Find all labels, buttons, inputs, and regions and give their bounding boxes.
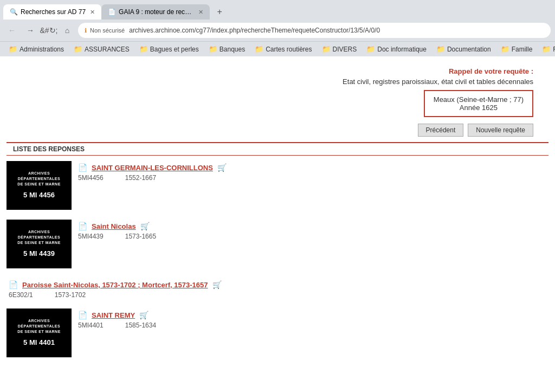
thumb-title-4: ARCHIVESDÉPARTEMENTALESDE SEINE ET MARNE [17, 318, 61, 334]
new-query-button[interactable]: Nouvelle requête [468, 124, 533, 137]
security-icon: ℹ [85, 27, 87, 34]
reload-button[interactable]: &#↻; [41, 23, 56, 38]
result-item-3: 📄 Paroisse Saint-Nicolas, 1573-1702 ; Mo… [7, 278, 548, 299]
result-ref-3: 6E302/1 [9, 291, 33, 299]
result-thumb-2: ARCHIVESDÉPARTEMENTALESDE SEINE ET MARNE… [7, 220, 72, 268]
result-link-1[interactable]: SAINT GERMAIN-LES-CORNILLONS [92, 164, 213, 172]
tab-bar: 🔍 Recherches sur AD 77 ✕ 📄 GAIA 9 : mote… [0, 0, 555, 20]
bookmark-label: Administrations [20, 46, 64, 53]
url-text: archives.archinoe.com/cg77/index.php/rec… [129, 27, 380, 34]
cart-icon-3[interactable]: 🛒 [212, 280, 222, 289]
thumb-title-1: ARCHIVESDÉPARTEMENTALESDE SEINE ET MARNE [17, 171, 61, 187]
query-subtitle: Etat civil, registres paroissiaux, état … [343, 78, 533, 86]
bookmark-label: Cartes routières [266, 46, 312, 53]
result-ref-1: 5MI4456 [78, 174, 104, 182]
folder-icon: 📁 [209, 45, 217, 53]
result-link-2[interactable]: Saint Nicolas [92, 222, 136, 230]
result-dates-2: 1573-1665 [125, 233, 156, 240]
bookmark-label: Forums [553, 46, 555, 53]
back-button[interactable]: ← [4, 23, 20, 38]
bookmark-label: Documentation [447, 46, 491, 53]
result-info-4: 📄 SAINT REMY 🛒 5MI4401 1585-1634 [78, 309, 156, 329]
bookmark-label: ASSURANCES [85, 46, 130, 53]
bookmark-label: Famille [512, 46, 533, 53]
result-row-2-2: 5MI4439 1573-1665 [78, 233, 156, 240]
tab-inactive[interactable]: 📄 GAIA 9 : moteur de recherche - ✕ [101, 4, 210, 20]
result-item-2: ARCHIVESDÉPARTEMENTALESDE SEINE ET MARNE… [7, 220, 548, 268]
folder-icon: 📁 [436, 45, 445, 53]
result-info-1: 📄 SAINT GERMAIN-LES-CORNILLONS 🛒 5MI4456… [78, 161, 227, 182]
result-info-2: 📄 Saint Nicolas 🛒 5MI4439 1573-1665 [78, 220, 156, 240]
browser-chrome: 🔍 Recherches sur AD 77 ✕ 📄 GAIA 9 : mote… [0, 0, 555, 56]
tab-favicon-1: 🔍 [10, 8, 17, 16]
bookmark-documentation[interactable]: 📁 Documentation [432, 44, 495, 54]
document-icon-4: 📄 [78, 311, 87, 319]
result-item-4: ARCHIVESDÉPARTEMENTALESDE SEINE ET MARNE… [7, 309, 548, 357]
folder-icon: 📁 [322, 45, 331, 53]
thumb-ref-4: 5 MI 4401 [23, 338, 55, 348]
results-list: ARCHIVESDÉPARTEMENTALESDE SEINE ET MARNE… [0, 156, 555, 372]
results-header: LISTE DES REPONSES [7, 142, 548, 156]
forward-button[interactable]: → [23, 23, 38, 38]
previous-button[interactable]: Précédent [418, 124, 464, 137]
document-icon: 📄 [78, 163, 87, 172]
bookmark-divers[interactable]: 📁 DIVERS [318, 44, 362, 54]
address-bar-row: ← → &#↻; ⌂ ℹ Non sécurisé archives.archi… [0, 20, 555, 41]
tab-active[interactable]: 🔍 Recherches sur AD 77 ✕ [3, 4, 101, 20]
tab-title-1: Recherches sur AD 77 [21, 8, 86, 16]
result-link-3[interactable]: Paroisse Saint-Nicolas, 1573-1702 ; Mort… [22, 281, 208, 289]
query-box-line2: Année 1625 [434, 104, 524, 112]
result-name-row-1: 📄 SAINT GERMAIN-LES-CORNILLONS 🛒 [78, 163, 227, 172]
bookmark-cartes[interactable]: 📁 Cartes routières [250, 44, 316, 54]
new-tab-button[interactable]: + [212, 4, 227, 20]
query-box: Meaux (Seine-et-Marne ; 77) Année 1625 [424, 90, 533, 117]
folder-icon: 📁 [542, 45, 551, 53]
result-row-2-1: 5MI4456 1552-1667 [78, 174, 227, 182]
folder-icon: 📁 [255, 45, 263, 53]
result-thumb-1: ARCHIVESDÉPARTEMENTALESDE SEINE ET MARNE… [7, 161, 72, 210]
bookmark-forums[interactable]: 📁 Forums [538, 44, 555, 54]
bookmark-famille[interactable]: 📁 Famille [496, 44, 537, 54]
result-thumb-4: ARCHIVESDÉPARTEMENTALESDE SEINE ET MARNE… [7, 309, 72, 357]
query-section: Rappel de votre requête : Etat civil, re… [0, 56, 555, 142]
result-name-row-2: 📄 Saint Nicolas 🛒 [78, 222, 156, 230]
results-header-text: LISTE DES REPONSES [13, 145, 85, 153]
bookmarks-bar: 📁 Administrations 📁 ASSURANCES 📁 Bagues … [0, 41, 555, 56]
cart-icon-2[interactable]: 🛒 [140, 222, 150, 230]
result-ref-2: 5MI4439 [78, 233, 104, 240]
query-title: Rappel de votre requête : [449, 67, 533, 75]
document-icon-2: 📄 [78, 222, 87, 230]
thumb-ref-2: 5 MI 4439 [23, 249, 55, 259]
query-box-line1: Meaux (Seine-et-Marne ; 77) [434, 95, 524, 104]
insecure-label: Non sécurisé [90, 27, 125, 34]
result-link-4[interactable]: SAINT REMY [92, 311, 135, 319]
result-item: ARCHIVESDÉPARTEMENTALESDE SEINE ET MARNE… [7, 161, 548, 210]
folder-icon: 📁 [501, 45, 509, 53]
tab-close-2[interactable]: ✕ [198, 9, 203, 16]
tab-close-1[interactable]: ✕ [90, 9, 95, 16]
address-box[interactable]: ℹ Non sécurisé archives.archinoe.com/cg7… [78, 23, 551, 38]
bookmark-banques[interactable]: 📁 Banques [204, 44, 249, 54]
bookmark-label: Banques [220, 46, 245, 53]
result-row-2-3: 6E302/1 1573-1702 [9, 291, 222, 299]
folder-icon: 📁 [9, 45, 17, 53]
cart-icon-1[interactable]: 🛒 [217, 163, 227, 172]
cart-icon-4[interactable]: 🛒 [139, 311, 149, 319]
result-row-2-4: 5MI4401 1585-1634 [78, 322, 156, 329]
bookmark-administrations[interactable]: 📁 Administrations [4, 44, 68, 54]
home-button[interactable]: ⌂ [60, 23, 75, 38]
result-dates-4: 1585-1634 [125, 322, 156, 329]
folder-icon: 📁 [139, 45, 148, 53]
bookmark-bagues[interactable]: 📁 Bagues et perles [135, 44, 203, 54]
thumb-ref-1: 5 MI 4456 [23, 190, 55, 200]
folder-icon: 📁 [366, 45, 375, 53]
bookmark-assurances[interactable]: 📁 ASSURANCES [69, 44, 134, 54]
page-content: Rappel de votre requête : Etat civil, re… [0, 56, 555, 372]
tab-title-2: GAIA 9 : moteur de recherche - [119, 8, 194, 16]
result-dates-3: 1573-1702 [55, 291, 86, 299]
result-dates-1: 1552-1667 [125, 174, 156, 182]
tab-favicon-2: 📄 [108, 8, 115, 16]
bookmark-label: DIVERS [333, 46, 357, 53]
bookmark-label: Doc informatique [377, 46, 427, 53]
bookmark-doc-info[interactable]: 📁 Doc informatique [362, 44, 431, 54]
